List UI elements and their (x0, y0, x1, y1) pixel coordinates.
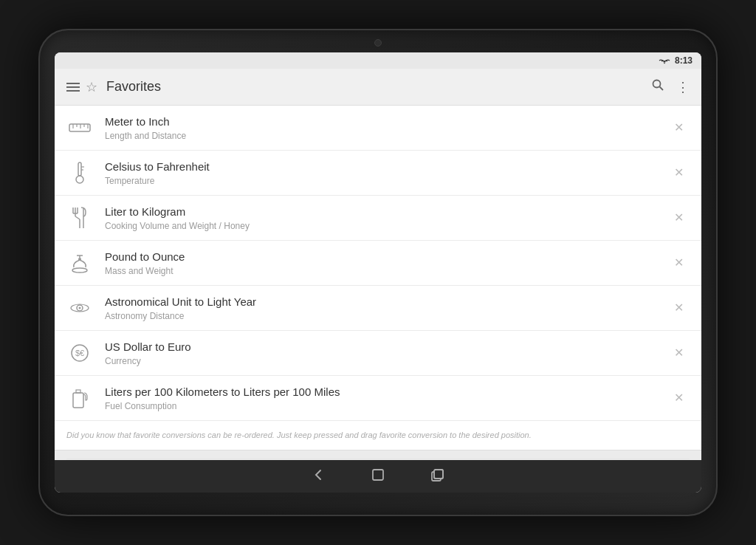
bottom-bar: Clear Favorites (55, 450, 701, 460)
svg-rect-29 (76, 390, 80, 393)
item-subtitle: Mass and Weight (105, 266, 668, 276)
item-subtitle: Currency (105, 356, 668, 366)
item-title: Celsius to Fahrenheit (105, 160, 668, 174)
favorites-list: Meter to Inch Length and Distance ✕ (55, 106, 701, 421)
app-bar-left: ☆ (66, 79, 97, 95)
svg-text:$€: $€ (75, 349, 84, 357)
list-item[interactable]: Liter to Kilogram Cooking Volume and Wei… (55, 196, 701, 241)
remove-item-button[interactable]: ✕ (668, 206, 690, 230)
list-item[interactable]: Astronomical Unit to Light Year Astronom… (55, 286, 701, 331)
svg-rect-8 (78, 162, 81, 176)
item-subtitle: Temperature (105, 176, 668, 186)
item-icon-fork (66, 205, 93, 231)
item-title: Liters per 100 Kilometers to Liters per … (105, 385, 668, 400)
item-icon-scale (66, 250, 93, 276)
svg-rect-30 (373, 470, 383, 480)
item-text: Celsius to Fahrenheit Temperature (105, 160, 668, 186)
item-title: Meter to Inch (105, 114, 668, 129)
favorites-star-icon: ☆ (86, 79, 97, 95)
recents-button[interactable] (430, 467, 444, 486)
list-item[interactable]: $€ US Dollar to Euro Currency ✕ (55, 331, 701, 376)
svg-line-13 (75, 216, 80, 219)
search-button[interactable] (651, 78, 664, 95)
item-subtitle: Astronomy Distance (105, 311, 668, 321)
overflow-menu-button[interactable]: ⋮ (676, 79, 690, 95)
back-button[interactable] (312, 467, 326, 486)
navigation-bar (55, 460, 701, 493)
home-button[interactable] (371, 467, 385, 486)
app-bar-right: ⋮ (651, 78, 690, 95)
svg-line-1 (660, 87, 664, 91)
svg-point-25 (79, 307, 81, 309)
item-icon-thermometer (66, 160, 93, 186)
item-subtitle: Length and Distance (105, 131, 668, 141)
tip-text: Did you know that favorite conversions c… (55, 421, 701, 450)
status-time: 8:13 (675, 55, 693, 66)
wifi-icon (659, 56, 670, 65)
svg-rect-2 (69, 124, 90, 131)
svg-rect-32 (434, 470, 443, 479)
item-text: Liter to Kilogram Cooking Volume and Wei… (105, 205, 668, 231)
app-title: Favorites (106, 79, 642, 95)
item-text: Liters per 100 Kilometers to Liters per … (105, 385, 668, 411)
svg-point-9 (76, 176, 83, 183)
item-icon-fuel (66, 385, 93, 411)
item-icon-currency: $€ (66, 340, 93, 366)
item-subtitle: Fuel Consumption (105, 401, 668, 411)
app-bar: ☆ Favorites ⋮ (55, 69, 701, 106)
item-title: US Dollar to Euro (105, 340, 668, 354)
item-text: Pound to Ounce Mass and Weight (105, 250, 668, 276)
item-icon-astronomy (66, 295, 93, 321)
item-text: US Dollar to Euro Currency (105, 340, 668, 366)
menu-button[interactable] (66, 83, 80, 92)
list-item[interactable]: Liters per 100 Kilometers to Liters per … (55, 376, 701, 421)
tablet-shell: 8:13 ☆ Favorites ⋮ (38, 29, 718, 516)
remove-item-button[interactable]: ✕ (668, 251, 690, 275)
item-title: Liter to Kilogram (105, 205, 668, 219)
svg-point-20 (78, 258, 81, 261)
list-item[interactable]: Meter to Inch Length and Distance ✕ (55, 106, 701, 151)
svg-rect-28 (73, 393, 83, 408)
list-item[interactable]: Pound to Ounce Mass and Weight ✕ (55, 241, 701, 286)
tablet-screen: 8:13 ☆ Favorites ⋮ (55, 52, 701, 493)
item-text: Meter to Inch Length and Distance (105, 114, 668, 141)
item-title: Pound to Ounce (105, 250, 668, 264)
item-title: Astronomical Unit to Light Year (105, 295, 668, 309)
remove-item-button[interactable]: ✕ (668, 386, 690, 410)
list-item[interactable]: Celsius to Fahrenheit Temperature ✕ (55, 151, 701, 196)
item-icon-ruler (66, 114, 93, 141)
svg-point-19 (72, 268, 87, 272)
status-bar: 8:13 (55, 52, 701, 69)
remove-item-button[interactable]: ✕ (668, 116, 690, 140)
item-subtitle: Cooking Volume and Weight / Honey (105, 221, 668, 231)
item-text: Astronomical Unit to Light Year Astronom… (105, 295, 668, 321)
content-area: Meter to Inch Length and Distance ✕ (55, 106, 701, 460)
remove-item-button[interactable]: ✕ (668, 296, 690, 320)
remove-item-button[interactable]: ✕ (668, 341, 690, 365)
remove-item-button[interactable]: ✕ (668, 161, 690, 185)
svg-point-0 (653, 80, 661, 88)
